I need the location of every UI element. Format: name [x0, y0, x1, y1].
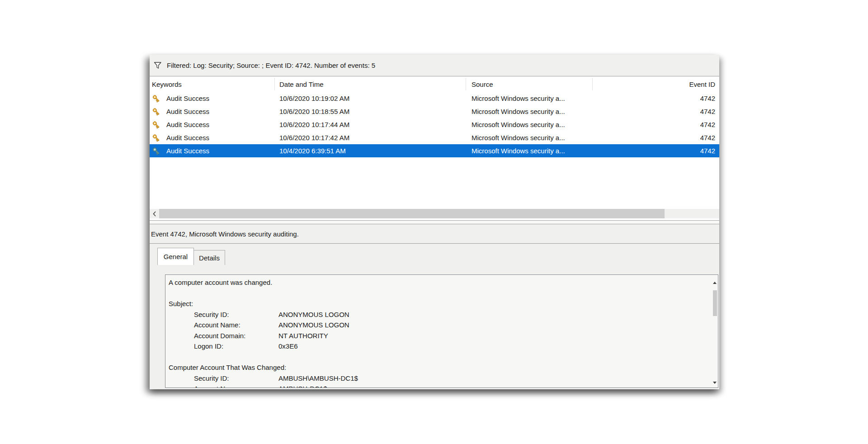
vertical-scrollbar[interactable]	[712, 275, 717, 387]
field-label: Security ID:	[194, 373, 278, 384]
filter-summary-text: Filtered: Log: Security; Source: ; Event…	[167, 61, 375, 69]
preview-title: Event 4742, Microsoft Windows security a…	[151, 230, 299, 238]
cell-keywords: Audit Success	[166, 131, 209, 144]
tab-general[interactable]: General	[157, 248, 194, 265]
cell-keywords: Audit Success	[166, 92, 209, 105]
cell-keywords: Audit Success	[166, 144, 209, 157]
field-value: ANONYMOUS LOGON	[278, 320, 349, 331]
event-viewer-panel: Filtered: Log: Security; Source: ; Event…	[150, 55, 719, 389]
cell-source: Microsoft Windows security a...	[472, 144, 565, 157]
cell-source: Microsoft Windows security a...	[472, 92, 565, 105]
event-list: Audit Success 10/6/2020 10:19:02 AM Micr…	[150, 92, 719, 157]
section-heading: Subject:	[169, 298, 712, 309]
scroll-down-arrow-icon[interactable]	[713, 382, 717, 384]
event-row[interactable]: Audit Success 10/6/2020 10:17:42 AM Micr…	[150, 131, 719, 144]
cell-event-id: 4742	[700, 105, 715, 118]
field-label: Security ID:	[194, 309, 278, 320]
filter-funnel-icon	[153, 61, 162, 70]
filter-status-bar: Filtered: Log: Security; Source: ; Event…	[150, 55, 719, 76]
pane-splitter[interactable]	[150, 221, 719, 224]
column-header-source[interactable]: Source	[472, 76, 493, 92]
field-value: AMBUSH\AMBUSH-DC1$	[278, 373, 358, 384]
field-value: ANONYMOUS LOGON	[278, 309, 349, 320]
audit-success-key-icon	[152, 92, 162, 105]
cell-date-time: 10/6/2020 10:17:44 AM	[279, 118, 349, 131]
horizontal-scrollbar[interactable]	[150, 209, 719, 218]
cell-date-time: 10/6/2020 10:18:55 AM	[279, 105, 349, 118]
cell-source: Microsoft Windows security a...	[472, 118, 565, 131]
scroll-up-arrow-icon[interactable]	[713, 282, 717, 284]
event-row-selected[interactable]: Audit Success 10/4/2020 6:39:51 AM Micro…	[150, 144, 719, 157]
preview-header-bar: Event 4742, Microsoft Windows security a…	[150, 224, 719, 244]
audit-success-key-icon	[152, 131, 162, 144]
audit-success-key-icon	[152, 144, 162, 157]
cell-source: Microsoft Windows security a...	[472, 105, 565, 118]
field-value: AMBUSH-DC1$	[278, 383, 327, 388]
vertical-scrollbar-thumb[interactable]	[713, 290, 717, 316]
cell-source: Microsoft Windows security a...	[472, 131, 565, 144]
column-divider[interactable]	[466, 78, 466, 90]
cell-event-id: 4742	[700, 131, 715, 144]
event-row[interactable]: Audit Success 10/6/2020 10:17:44 AM Micr…	[150, 118, 719, 131]
audit-success-key-icon	[152, 105, 162, 118]
column-header-date-and-time[interactable]: Date and Time	[279, 76, 324, 92]
cell-keywords: Audit Success	[166, 118, 209, 131]
scroll-left-arrow-icon[interactable]	[150, 209, 159, 218]
event-row[interactable]: Audit Success 10/6/2020 10:19:02 AM Micr…	[150, 92, 719, 105]
event-description: A computer account was changed.	[169, 277, 712, 288]
cell-date-time: 10/6/2020 10:17:42 AM	[279, 131, 349, 144]
field-value: NT AUTHORITY	[278, 331, 328, 341]
cell-date-time: 10/4/2020 6:39:51 AM	[279, 144, 346, 157]
preview-pane: General Details A computer account was c…	[150, 244, 719, 389]
field-label: Account Name:	[194, 383, 278, 388]
horizontal-scrollbar-thumb[interactable]	[159, 209, 665, 218]
event-row[interactable]: Audit Success 10/6/2020 10:18:55 AM Micr…	[150, 105, 719, 118]
field-value: 0x3E6	[278, 341, 298, 352]
audit-success-key-icon	[152, 118, 162, 131]
column-header-keywords[interactable]: Keywords	[152, 76, 182, 92]
cell-date-time: 10/6/2020 10:19:02 AM	[279, 92, 349, 105]
list-column-headers: Keywords Date and Time Source Event ID	[150, 76, 719, 92]
cell-event-id: 4742	[700, 144, 715, 157]
tab-details[interactable]: Details	[193, 250, 225, 265]
field-label: Account Domain:	[194, 331, 278, 341]
field-label: Logon ID:	[194, 341, 278, 352]
cell-event-id: 4742	[700, 118, 715, 131]
column-divider[interactable]	[274, 78, 275, 90]
section-heading: Computer Account That Was Changed:	[169, 362, 712, 373]
cell-event-id: 4742	[700, 92, 715, 105]
column-divider[interactable]	[592, 78, 593, 90]
cell-keywords: Audit Success	[166, 105, 209, 118]
event-detail-text-box[interactable]: A computer account was changed. Subject:…	[165, 274, 718, 388]
column-header-event-id[interactable]: Event ID	[689, 76, 715, 92]
field-label: Account Name:	[194, 320, 278, 331]
